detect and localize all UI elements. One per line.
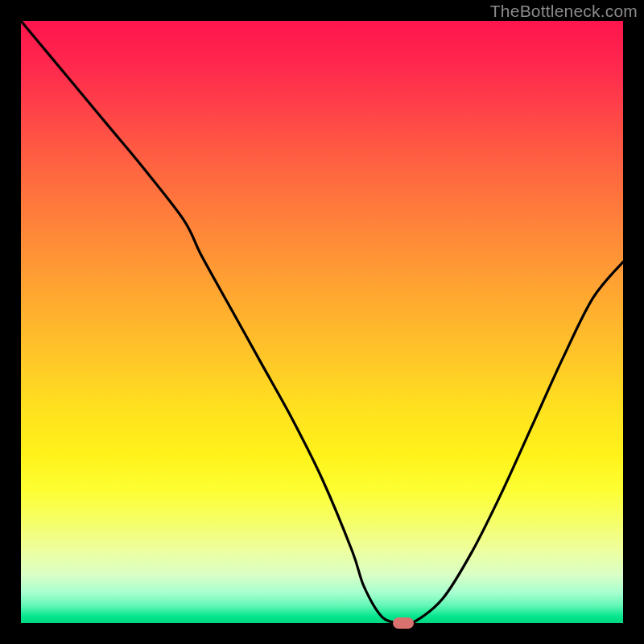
chart-frame: TheBottleneck.com [0, 0, 644, 644]
optimum-marker [393, 617, 414, 629]
curve-path [21, 21, 623, 623]
plot-area [21, 21, 623, 623]
bottleneck-curve [21, 21, 623, 623]
attribution-label: TheBottleneck.com [490, 2, 638, 21]
